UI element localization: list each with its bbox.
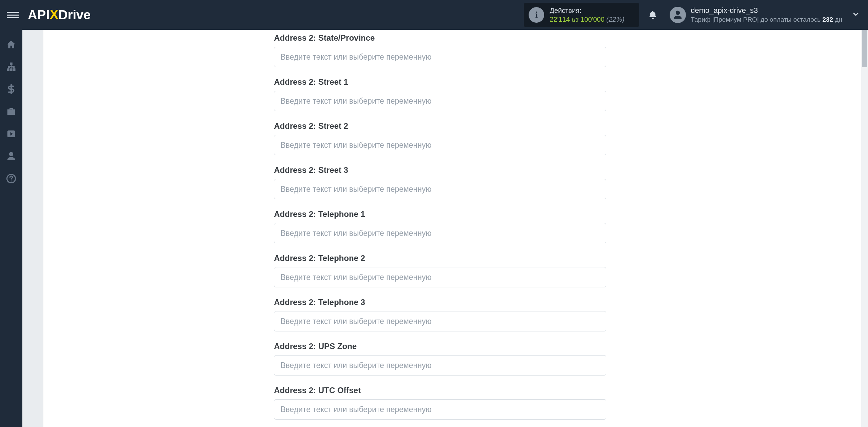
form-field: Address 2: UTC Offset [274,386,606,420]
top-bar: API X Drive i Действия: 22'114 из 100'00… [0,0,868,30]
field-label: Address 2: State/Province [274,33,606,43]
field-input[interactable] [274,135,606,155]
field-label: Address 2: Telephone 1 [274,209,606,219]
page-body: Address 2: State/Province Address 2: Str… [22,30,868,427]
field-label: Address 2: Street 1 [274,77,606,87]
info-icon: i [529,7,544,23]
user-menu-caret[interactable] [852,10,860,20]
field-input[interactable] [274,399,606,420]
sidebar-item-connections[interactable] [0,56,22,78]
sidebar-item-projects[interactable] [0,100,22,123]
form-field: Address 2: UPS Zone [274,342,606,375]
briefcase-icon [6,106,16,117]
logo-x-icon: X [50,7,58,22]
user-menu[interactable]: demo_apix-drive_s3 Тариф |Премиум PRO| д… [670,6,842,24]
field-label: Address 2: Street 2 [274,121,606,131]
actions-usage-pill[interactable]: i Действия: 22'114 из 100'000 (22%) [524,3,639,27]
form-fields-area: Address 2: State/Province Address 2: Str… [274,30,606,427]
svg-point-1 [11,180,12,181]
form-field: Address 2: Telephone 1 [274,209,606,243]
form-field: Address 2: Street 3 [274,165,606,199]
sidebar-item-billing[interactable] [0,78,22,100]
sidebar-item-help[interactable] [0,167,22,190]
field-label: Address 2: UTC Offset [274,386,606,395]
form-field: Address 2: Street 1 [274,77,606,111]
field-label: Address 2: Telephone 2 [274,253,606,263]
logo-drive: Drive [58,8,91,22]
field-input[interactable] [274,91,606,111]
field-label: Address 2: Telephone 3 [274,298,606,307]
form-card: Address 2: State/Province Address 2: Str… [43,30,868,427]
logo[interactable]: API X Drive [28,8,91,22]
user-icon [6,151,16,161]
logo-api: API [28,8,50,22]
form-field: Address 2: Telephone 2 [274,253,606,287]
notifications-button[interactable] [643,10,663,20]
user-tariff-info: Тариф |Премиум PRO| до оплаты осталось 2… [691,16,842,24]
sidebar-nav [0,30,22,427]
form-field: Address 2: State/Province [274,33,606,67]
field-label: Address 2: UPS Zone [274,342,606,351]
sitemap-icon [6,62,16,72]
bell-icon [648,10,657,20]
dollar-icon [6,84,16,94]
help-icon [6,174,16,184]
form-field: Address 2: Telephone 3 [274,298,606,331]
field-input[interactable] [274,179,606,199]
user-name: demo_apix-drive_s3 [691,6,842,16]
field-input[interactable] [274,47,606,67]
field-input[interactable] [274,355,606,375]
field-label: Address 2: Street 3 [274,165,606,175]
field-input[interactable] [274,223,606,243]
actions-stats: 22'114 из 100'000 (22%) [550,15,624,24]
avatar-icon [670,7,686,23]
actions-label: Действия: [550,6,624,15]
form-field: Address 2: Street 2 [274,121,606,155]
scrollbar-thumb[interactable] [862,30,867,67]
vertical-scrollbar[interactable] [861,30,868,427]
hamburger-menu-button[interactable] [7,9,19,21]
sidebar-item-account[interactable] [0,145,22,167]
chevron-down-icon [852,10,860,18]
sidebar-item-video[interactable] [0,123,22,145]
home-icon [6,39,16,49]
field-input[interactable] [274,311,606,331]
sidebar-item-home[interactable] [0,33,22,56]
youtube-icon [6,129,16,139]
field-input[interactable] [274,267,606,287]
